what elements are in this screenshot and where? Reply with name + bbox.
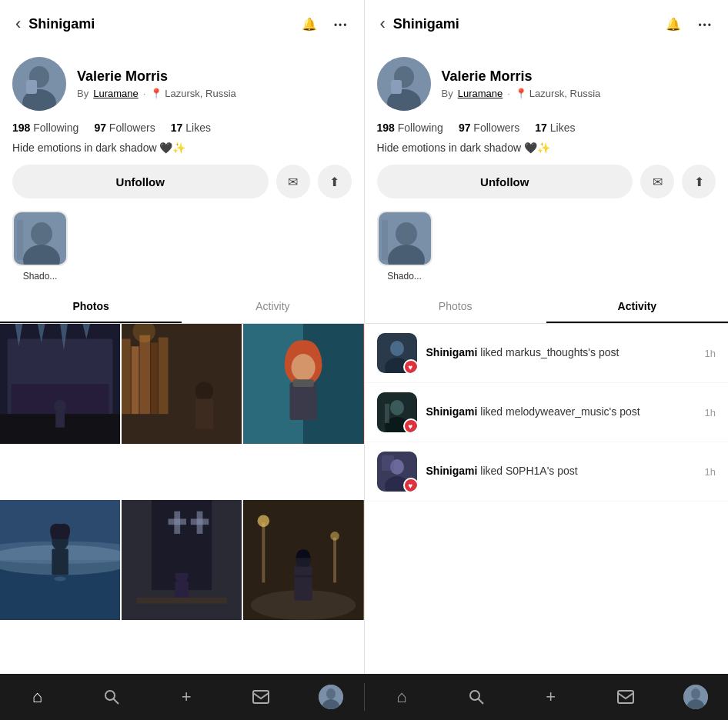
activity-item-2[interactable]: ♥ Shinigami liked melodyweaver_music's p… — [365, 383, 729, 442]
right-message-button[interactable] — [640, 165, 674, 198]
photo-cell-4[interactable] — [0, 500, 120, 620]
left-profile-info: Valerie Morris By Luramane · 📍 Lazursk, … — [77, 68, 236, 99]
left-tab-activity[interactable]: Activity — [182, 291, 363, 323]
activity-item-1[interactable]: ♥ Shinigami liked markus_thoughts's post… — [365, 324, 729, 383]
right-stat-likes[interactable]: 17 Likes — [535, 122, 575, 134]
left-album-item[interactable]: Shado... — [12, 211, 68, 282]
right-nav-create[interactable]: + — [534, 680, 568, 714]
left-bottom-nav: ⌂ + — [0, 680, 364, 714]
photo-cell-6[interactable] — [243, 500, 363, 620]
svg-rect-59 — [295, 575, 312, 577]
right-tab-photos[interactable]: Photos — [365, 291, 546, 323]
right-location-text: Lazursk, Russia — [529, 88, 600, 99]
right-back-button[interactable] — [377, 11, 389, 37]
left-stat-likes[interactable]: 17 Likes — [171, 122, 211, 134]
left-share-button[interactable] — [318, 165, 352, 198]
left-stat-followers[interactable]: 97 Followers — [94, 122, 155, 134]
left-unfollow-button[interactable]: Unfollow — [12, 165, 269, 198]
svg-rect-74 — [385, 404, 389, 423]
photo-cell-3[interactable] — [243, 324, 363, 444]
svg-rect-21 — [132, 346, 139, 414]
left-action-buttons: Unfollow — [12, 165, 352, 198]
left-location-text: Lazursk, Russia — [165, 88, 235, 99]
svg-point-55 — [331, 531, 340, 540]
svg-point-25 — [195, 382, 213, 401]
svg-rect-20 — [122, 339, 131, 415]
left-stat-following[interactable]: 198 Following — [12, 122, 78, 134]
activity-like-badge-2: ♥ — [403, 418, 417, 432]
svg-line-86 — [478, 699, 483, 705]
photo-cell-1[interactable] — [0, 324, 120, 444]
svg-rect-47 — [191, 518, 209, 525]
right-username: Valerie Morris — [442, 68, 601, 85]
right-by-label: By — [442, 88, 453, 99]
svg-rect-67 — [382, 220, 388, 260]
svg-rect-81 — [253, 691, 269, 703]
left-panel: Shinigami Valerie Morris — [0, 0, 365, 674]
right-nav-inbox[interactable] — [609, 680, 643, 714]
bottom-nav: ⌂ + ⌂ — [0, 674, 728, 720]
svg-point-79 — [105, 691, 115, 700]
left-back-button[interactable] — [12, 11, 24, 37]
right-stats: 198 Following 97 Followers 17 Likes — [377, 122, 716, 134]
left-nav-create[interactable]: + — [169, 680, 203, 714]
right-album-item[interactable]: Shado... — [377, 211, 432, 282]
left-bio: Hide emotions in dark shadow 🖤✨ — [12, 142, 352, 154]
right-album-thumb — [377, 211, 432, 266]
right-more-button[interactable] — [695, 13, 716, 35]
right-author-link[interactable]: Luramane — [458, 88, 503, 99]
left-bell-button[interactable] — [299, 13, 320, 35]
activity-user-2: Shinigami — [426, 405, 478, 418]
left-message-button[interactable] — [276, 165, 310, 198]
right-album-label: Shado... — [387, 271, 422, 282]
right-bell-button[interactable] — [663, 13, 684, 35]
left-location: 📍 Lazursk, Russia — [150, 88, 235, 99]
svg-rect-40 — [52, 548, 68, 575]
left-header: Shinigami — [0, 0, 364, 48]
right-stat-followers[interactable]: 97 Followers — [459, 122, 519, 134]
right-tab-activity[interactable]: Activity — [546, 291, 728, 323]
right-nav-home[interactable]: ⌂ — [385, 680, 419, 714]
activity-item-3[interactable]: ♥ Shinigami liked S0PH1A's post 1h — [365, 442, 729, 502]
left-header-icons — [299, 13, 352, 35]
activity-like-badge-3: ♥ — [403, 478, 417, 492]
left-profile-top: Valerie Morris By Luramane · 📍 Lazursk, … — [12, 57, 352, 111]
left-more-button[interactable] — [331, 13, 352, 35]
left-nav-home[interactable]: ⌂ — [20, 680, 54, 714]
left-album-label: Shado... — [23, 271, 58, 282]
left-nav-inbox[interactable] — [244, 680, 278, 714]
photo-cell-2[interactable] — [122, 324, 242, 444]
right-nav-avatar[interactable] — [683, 685, 708, 709]
left-following-count: 198 — [12, 122, 30, 134]
left-followers-count: 97 — [94, 122, 106, 134]
svg-rect-52 — [262, 522, 265, 582]
activity-avatar-1: ♥ — [377, 333, 417, 373]
left-nav-search[interactable] — [95, 680, 129, 714]
svg-rect-87 — [618, 691, 633, 703]
right-nav-search[interactable] — [459, 680, 493, 714]
left-author-link[interactable]: Luramane — [93, 88, 139, 99]
left-avatar — [12, 57, 66, 111]
left-tab-photos[interactable]: Photos — [0, 291, 182, 323]
left-by-label: By — [77, 88, 88, 99]
right-stat-following[interactable]: 198 Following — [377, 122, 443, 134]
left-nav-avatar[interactable] — [319, 685, 343, 709]
right-location: 📍 Lazursk, Russia — [515, 88, 600, 99]
heart-icon-1: ♥ — [409, 363, 413, 372]
svg-rect-49 — [175, 581, 189, 599]
right-share-button[interactable] — [682, 165, 716, 198]
right-bottom-nav: ⌂ + — [365, 680, 729, 714]
left-stats: 198 Following 97 Followers 17 Likes — [12, 122, 352, 134]
left-header-title: Shinigami — [28, 16, 95, 32]
left-dot: · — [143, 88, 146, 99]
right-header-title: Shinigami — [393, 16, 459, 32]
svg-point-69 — [390, 341, 404, 356]
right-header-left: Shinigami — [377, 11, 459, 37]
svg-point-32 — [292, 354, 316, 381]
right-profile-info: Valerie Morris By Luramane · 📍 Lazursk, … — [442, 68, 601, 99]
activity-action-3: liked S0PH1A's post — [480, 465, 577, 477]
photo-cell-5[interactable] — [122, 500, 242, 620]
right-header-icons — [663, 13, 716, 35]
svg-rect-26 — [195, 399, 213, 429]
right-unfollow-button[interactable]: Unfollow — [377, 165, 633, 198]
